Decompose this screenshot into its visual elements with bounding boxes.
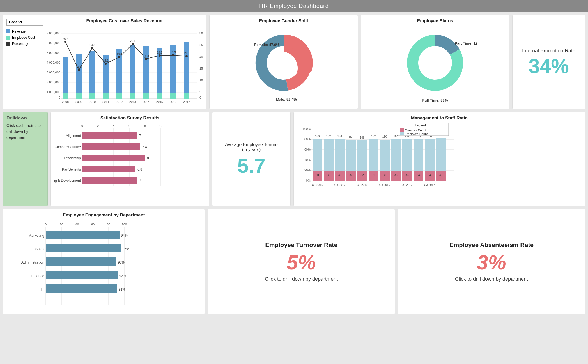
mgmt-ratio-title: Management to Staff Ratio [297, 116, 582, 121]
svg-rect-42 [184, 93, 189, 99]
svg-text:35: 35 [439, 174, 442, 177]
svg-rect-30 [103, 93, 109, 99]
svg-text:0: 0 [45, 223, 47, 226]
svg-text:100%: 100% [303, 127, 311, 130]
svg-text:Part Time: 17%: Part Time: 17% [455, 41, 477, 45]
svg-rect-24 [63, 93, 68, 99]
svg-text:18.3: 18.3 [143, 54, 149, 57]
gender-split-svg: Female: 47.6% Male: 52.4% [242, 29, 326, 102]
svg-text:2013: 2013 [129, 100, 136, 103]
revenue-color-swatch [6, 29, 10, 33]
svg-text:6.8: 6.8 [137, 167, 142, 171]
svg-text:Leadership: Leadership [64, 156, 81, 160]
svg-text:5,000,000: 5,000,000 [47, 51, 60, 54]
legend-percentage: Percentage [6, 42, 43, 46]
percentage-color-swatch [6, 42, 10, 46]
svg-text:Sales: Sales [35, 247, 44, 251]
satisfaction-card: Satisfaction Survey Results 0 2 4 6 8 10 [50, 112, 209, 206]
main-legend-box: Legend [6, 19, 43, 26]
svg-text:Q3 2015: Q3 2015 [334, 183, 345, 186]
svg-point-50 [159, 54, 161, 57]
svg-text:Employee Count: Employee Count [405, 132, 428, 136]
svg-text:2010: 2010 [89, 100, 96, 103]
svg-text:8: 8 [147, 156, 149, 160]
turnover-value: 5% [287, 251, 316, 274]
dashboard-header: HR Employee Dashboard [0, 0, 588, 12]
svg-text:0: 0 [59, 96, 60, 99]
svg-text:2017: 2017 [183, 100, 190, 103]
svg-rect-201 [46, 284, 117, 293]
svg-point-44 [78, 69, 80, 71]
svg-text:14.9: 14.9 [76, 66, 82, 69]
svg-text:Female: 47.6%: Female: 47.6% [254, 43, 279, 47]
svg-text:60: 60 [91, 223, 95, 226]
svg-rect-174 [400, 132, 404, 135]
svg-text:1,000,000: 1,000,000 [47, 90, 60, 94]
svg-text:Alignment: Alignment [66, 134, 81, 138]
svg-text:30: 30 [316, 174, 319, 177]
tenure-value: 5.7 [237, 156, 265, 176]
svg-text:6: 6 [128, 124, 130, 128]
svg-point-47 [118, 56, 120, 58]
employee-cost-card: Legend Revenue Employee Cost Percentage … [3, 15, 206, 109]
svg-text:10: 10 [199, 79, 203, 82]
mgmt-ratio-card: Management to Staff Ratio 100% 80% 60% 4… [293, 112, 585, 206]
employee-cost-chart-title: Employee Cost over Sales Revenue [46, 19, 203, 24]
svg-text:2,000,000: 2,000,000 [47, 80, 60, 84]
absenteeism-value: 3% [477, 251, 506, 274]
svg-text:7: 7 [139, 179, 141, 183]
svg-text:2014: 2014 [143, 100, 150, 103]
tenure-card: Average Employee Tenure(in years) 5.7 [212, 112, 291, 206]
svg-rect-23 [63, 57, 68, 99]
svg-text:19.0: 19.0 [116, 53, 122, 56]
row-3: Employee Engagement by Department 0 20 4… [3, 209, 585, 314]
svg-rect-34 [130, 93, 135, 99]
svg-text:34: 34 [428, 174, 431, 177]
gender-split-title: Employee Gender Split [213, 19, 354, 24]
drilldown-card[interactable]: Drilldown Click each metric to drill dow… [3, 112, 48, 206]
svg-text:Finance: Finance [31, 274, 44, 278]
svg-text:23.3: 23.3 [89, 43, 95, 47]
turnover-title: Employee Turnover Rate [265, 241, 337, 249]
svg-text:2016: 2016 [170, 100, 176, 103]
svg-rect-93 [82, 143, 140, 150]
svg-text:40%: 40% [304, 158, 311, 162]
svg-text:30: 30 [199, 31, 203, 35]
employee-cost-chart-svg: 7,000,000 6,000,000 5,000,000 4,000,000 … [46, 26, 203, 104]
svg-text:Company Culture: Company Culture [55, 145, 81, 149]
dashboard-title: HR Employee Dashboard [259, 3, 329, 9]
svg-rect-25 [76, 54, 82, 99]
svg-text:152: 152 [326, 135, 331, 138]
svg-text:34: 34 [417, 174, 420, 177]
svg-text:20%: 20% [304, 169, 311, 172]
svg-rect-33 [130, 45, 135, 99]
svg-text:2: 2 [97, 124, 99, 128]
svg-text:2012: 2012 [116, 100, 123, 103]
svg-text:Administration: Administration [21, 260, 44, 264]
svg-text:10: 10 [159, 124, 162, 128]
employee-status-svg: Part Time: 17% Full Time: 83% [393, 29, 477, 102]
engagement-svg: 0 20 40 60 80 100 Marketing 94% [6, 220, 197, 310]
absenteeism-card[interactable]: Employee Absenteeism Rate 3% Click to dr… [398, 209, 585, 314]
svg-text:32: 32 [360, 174, 364, 177]
svg-rect-172 [400, 128, 404, 132]
svg-text:2015: 2015 [156, 100, 163, 103]
svg-point-49 [145, 58, 147, 60]
svg-text:32: 32 [372, 174, 375, 177]
engagement-card: Employee Engagement by Department 0 20 4… [3, 209, 205, 314]
svg-text:Male: 52.4%: Male: 52.4% [276, 97, 297, 102]
drilldown-text: Click each metric to drill down by depar… [6, 123, 44, 140]
svg-point-43 [64, 41, 66, 43]
svg-rect-102 [82, 177, 137, 184]
absenteeism-click-label: Click to drill down by department [455, 276, 528, 282]
svg-text:0: 0 [81, 124, 83, 128]
svg-text:4: 4 [113, 124, 114, 128]
svg-text:16.1: 16.1 [103, 59, 109, 62]
turnover-card[interactable]: Employee Turnover Rate 5% Click to drill… [208, 209, 395, 314]
tenure-label: Average Employee Tenure(in years) [225, 142, 278, 152]
svg-text:2011: 2011 [102, 100, 109, 103]
svg-text:6,000,000: 6,000,000 [47, 41, 60, 45]
svg-text:30: 30 [338, 174, 341, 177]
svg-text:90%: 90% [118, 261, 125, 264]
dashboard-body: Legend Revenue Employee Cost Percentage … [0, 12, 588, 317]
